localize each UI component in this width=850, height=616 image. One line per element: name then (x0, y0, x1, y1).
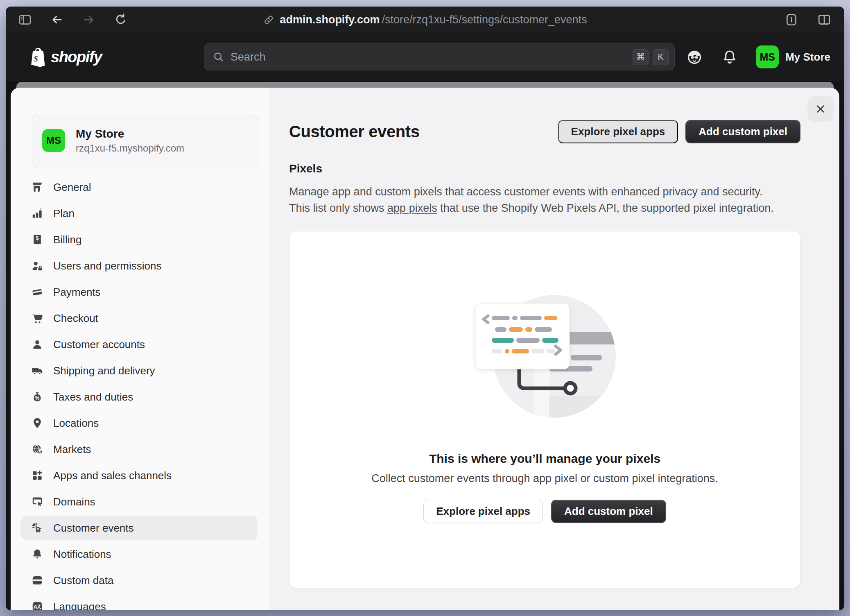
browser-right-controls (784, 12, 844, 27)
pixels-empty-state-card: This is where you’ll manage your pixels … (289, 231, 800, 588)
url-path: /store/rzq1xu-f5/settings/customer_event… (382, 14, 587, 26)
shopify-logo[interactable]: S shopify (29, 47, 102, 67)
store-switcher[interactable]: MS My Store rzq1xu-f5.myshopify.com (32, 114, 259, 167)
pixels-section-heading: Pixels (289, 162, 800, 175)
store-domain: rzq1xu-f5.myshopify.com (76, 143, 184, 154)
svg-text:S: S (34, 54, 38, 63)
sidebar-item-label: Billing (53, 233, 81, 246)
settings-nav: General Plan $ Billing Users and permiss… (11, 175, 270, 610)
split-view-icon[interactable] (816, 12, 832, 27)
svg-text:$: $ (36, 235, 39, 241)
browser-toolbar: admin.shopify.com/store/rzq1xu-f5/settin… (6, 7, 844, 33)
custom-data-icon (31, 574, 43, 587)
sidebar-item-custom-data[interactable]: Custom data (20, 568, 258, 592)
sidebar-item-label: Custom data (53, 574, 113, 587)
description-line-1: Manage app and custom pixels that access… (289, 183, 800, 200)
close-icon (814, 102, 827, 116)
sidebar-item-label: Markets (53, 443, 91, 456)
browser-nav-controls (6, 12, 129, 27)
shopify-wordmark: shopify (51, 48, 102, 66)
sidebar-item-billing[interactable]: $ Billing (20, 228, 258, 251)
sidebar-item-label: Plan (53, 207, 75, 220)
sidebar-item-general[interactable]: General (20, 175, 258, 199)
users-icon (31, 260, 43, 272)
payments-icon (31, 286, 43, 298)
sidebar-item-markets[interactable]: $ Markets (20, 437, 258, 461)
shipping-icon (31, 365, 43, 377)
taxes-icon: % (31, 391, 43, 403)
browser-window: admin.shopify.com/store/rzq1xu-f5/settin… (6, 7, 844, 610)
cmd-key-badge: ⌘ (633, 49, 649, 65)
settings-modal: MS My Store rzq1xu-f5.myshopify.com Gene… (11, 88, 839, 610)
account-avatar: MS (756, 45, 779, 68)
sidebar-item-label: Domains (53, 496, 95, 508)
shopify-bag-icon: S (29, 47, 47, 67)
sidebar-item-label: Users and permissions (53, 260, 161, 272)
sidebar-item-label: Taxes and duties (53, 391, 133, 403)
reload-icon[interactable] (113, 12, 129, 27)
storefront-icon (31, 181, 43, 193)
bell-icon[interactable] (721, 48, 739, 66)
checkout-icon (31, 312, 43, 324)
sidebar-item-label: Checkout (53, 312, 98, 325)
sidebar-item-plan[interactable]: Plan (20, 202, 258, 225)
sidekick-face-icon[interactable] (685, 48, 703, 66)
sidebar-toggle-icon[interactable] (17, 12, 33, 27)
app-pixels-link[interactable]: app pixels (387, 202, 437, 214)
account-name: My Store (785, 51, 830, 63)
sidebar-item-customer-events[interactable]: Customer events (20, 516, 258, 540)
sidebar-item-label: General (53, 181, 91, 194)
billing-icon: $ (31, 233, 43, 246)
content-header: Customer events Explore pixel apps Add c… (289, 120, 800, 143)
sidebar-item-apps-and-sales-channels[interactable]: Apps and sales channels (20, 464, 258, 487)
store-avatar: MS (42, 129, 65, 152)
address-bar[interactable]: admin.shopify.com/store/rzq1xu-f5/settin… (263, 14, 587, 26)
sidebar-item-users-and-permissions[interactable]: Users and permissions (20, 254, 258, 278)
header-right-cluster: MS My Store (685, 45, 830, 68)
customer-events-icon (31, 522, 43, 534)
admin-page-backdrop: MS My Store rzq1xu-f5.myshopify.com Gene… (6, 81, 844, 610)
sidebar-item-payments[interactable]: Payments (20, 280, 258, 304)
sidebar-item-locations[interactable]: Locations (20, 411, 258, 435)
sidebar-item-languages[interactable]: A Languages (20, 595, 258, 610)
forward-icon[interactable] (81, 12, 97, 27)
markets-icon: $ (31, 443, 43, 455)
locations-icon (31, 417, 43, 429)
page-settings-icon[interactable] (784, 12, 799, 27)
url-host: admin.shopify.com (280, 14, 380, 26)
search-input[interactable]: Search ⌘ K (204, 43, 675, 70)
notifications-icon (31, 548, 43, 560)
sidebar-item-shipping-and-delivery[interactable]: Shipping and delivery (20, 359, 258, 383)
store-name: My Store (76, 127, 184, 141)
explore-pixel-apps-button-empty[interactable]: Explore pixel apps (423, 500, 543, 523)
link-icon (263, 14, 274, 25)
account-menu[interactable]: MS My Store (756, 45, 830, 68)
sidebar-item-label: Languages (53, 600, 106, 611)
header-actions: Explore pixel apps Add custom pixel (558, 120, 800, 143)
empty-state-actions: Explore pixel apps Add custom pixel (423, 500, 666, 523)
sidebar-item-domains[interactable]: Domains (20, 490, 258, 514)
add-custom-pixel-button[interactable]: Add custom pixel (685, 120, 800, 143)
sidebar-item-taxes-and-duties[interactable]: % Taxes and duties (20, 385, 258, 409)
back-icon[interactable] (49, 12, 65, 27)
sidebar-item-customer-accounts[interactable]: Customer accounts (20, 333, 258, 356)
domains-icon (31, 496, 43, 508)
k-key-badge: K (653, 49, 669, 65)
customer-accounts-icon (31, 338, 43, 351)
explore-pixel-apps-button[interactable]: Explore pixel apps (558, 120, 678, 143)
sidebar-item-checkout[interactable]: Checkout (20, 306, 258, 330)
languages-icon: A (31, 600, 43, 610)
sidebar-item-label: Customer events (53, 522, 134, 534)
svg-text:A: A (34, 604, 38, 610)
empty-state-subtitle: Collect customer events through app pixe… (371, 472, 718, 485)
svg-text:%: % (35, 395, 40, 401)
add-custom-pixel-button-empty[interactable]: Add custom pixel (551, 500, 666, 523)
pixels-illustration (467, 293, 623, 420)
sidebar-item-notifications[interactable]: Notifications (20, 542, 258, 566)
page-title: Customer events (289, 122, 420, 141)
sidebar-item-label: Shipping and delivery (53, 365, 155, 377)
close-settings-button[interactable] (807, 96, 834, 122)
settings-content: Customer events Explore pixel apps Add c… (270, 88, 839, 610)
sidebar-item-label: Notifications (53, 548, 111, 561)
description-line-2: This list only shows app pixels that use… (289, 200, 800, 216)
